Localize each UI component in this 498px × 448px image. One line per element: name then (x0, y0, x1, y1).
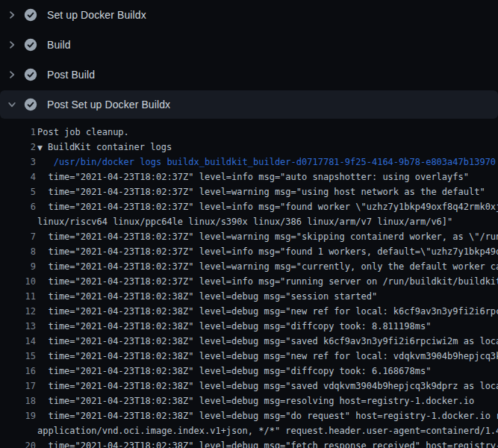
log-line-number[interactable]: 20 (0, 438, 36, 448)
log-line-text: time="2021-04-23T18:02:37Z" level=info m… (37, 169, 469, 184)
log-line-text: ▼BuildKit container logs (37, 140, 172, 155)
step-list: Set up Docker BuildxBuildPost BuildPost … (0, 0, 498, 119)
log-viewer[interactable]: 1Post job cleanup.2▼BuildKit container l… (0, 122, 498, 448)
step-label: Post Build (47, 69, 95, 81)
log-line-text: application/vnd.oci.image.index.v1+json,… (37, 423, 498, 438)
log-line-number (0, 423, 36, 438)
check-circle-icon (24, 38, 37, 52)
check-circle-icon (24, 8, 37, 22)
log-line-text: time="2021-04-23T18:02:38Z" level=debug … (37, 304, 498, 319)
log-line-number[interactable]: 4 (0, 169, 36, 184)
log-line-text: Post job cleanup. (37, 125, 129, 140)
check-circle-icon (24, 68, 37, 81)
log-line: 7 time="2021-04-23T18:02:37Z" level=warn… (0, 229, 498, 244)
log-line-number[interactable]: 18 (0, 393, 36, 408)
log-line-number[interactable]: 11 (0, 289, 36, 304)
log-line: 17 time="2021-04-23T18:02:38Z" level=deb… (0, 379, 498, 393)
chevron-down-icon (7, 100, 16, 109)
log-line-number[interactable]: 16 (0, 364, 36, 379)
log-line-text: time="2021-04-23T18:02:37Z" level=info m… (37, 199, 498, 214)
log-line-text: time="2021-04-23T18:02:38Z" level=debug … (37, 379, 498, 393)
chevron-right-icon (7, 10, 16, 19)
log-line: 14 time="2021-04-23T18:02:38Z" level=deb… (0, 334, 498, 349)
log-line-continuation: linux/riscv64 linux/ppc64le linux/s390x … (0, 214, 498, 229)
step-row-post-set-up-docker-buildx[interactable]: Post Set up Docker Buildx (0, 90, 498, 119)
log-line: 1Post job cleanup. (0, 125, 498, 140)
log-line-text: time="2021-04-23T18:02:37Z" level=info m… (37, 244, 498, 259)
log-line-number[interactable]: 10 (0, 274, 36, 289)
log-line-number[interactable]: 15 (0, 349, 36, 364)
log-line-number[interactable]: 2 (0, 140, 36, 155)
group-collapse-icon[interactable]: ▼ (37, 140, 48, 155)
step-label: Post Set up Docker Buildx (47, 99, 170, 111)
log-line-text: time="2021-04-23T18:02:37Z" level=warnin… (37, 184, 485, 199)
log-line-text: time="2021-04-23T18:02:37Z" level=info m… (37, 274, 498, 289)
log-line: 18 time="2021-04-23T18:02:38Z" level=deb… (0, 393, 498, 408)
check-circle-icon (24, 98, 37, 111)
log-line-number[interactable]: 8 (0, 244, 36, 259)
group-title: BuildKit container logs (48, 142, 172, 152)
log-line: 19 time="2021-04-23T18:02:38Z" level=deb… (0, 408, 498, 423)
actions-log-panel: Set up Docker BuildxBuildPost BuildPost … (0, 0, 498, 448)
log-line: 16 time="2021-04-23T18:02:38Z" level=deb… (0, 364, 498, 379)
log-line-text: time="2021-04-23T18:02:38Z" level=debug … (37, 319, 431, 334)
log-line: 4 time="2021-04-23T18:02:37Z" level=info… (0, 169, 498, 184)
log-line[interactable]: 2▼BuildKit container logs (0, 140, 498, 155)
log-line: 12 time="2021-04-23T18:02:38Z" level=deb… (0, 304, 498, 319)
log-line-number[interactable]: 6 (0, 199, 36, 214)
log-line-number[interactable]: 7 (0, 229, 36, 244)
log-line: 9 time="2021-04-23T18:02:37Z" level=warn… (0, 259, 498, 274)
log-line-number[interactable]: 3 (0, 155, 36, 169)
step-row-build[interactable]: Build (0, 30, 498, 60)
log-line: 20 time="2021-04-23T18:02:38Z" level=deb… (0, 438, 498, 448)
log-line-number[interactable]: 17 (0, 379, 36, 393)
log-line-text: time="2021-04-23T18:02:38Z" level=debug … (37, 289, 377, 304)
log-line-number[interactable]: 9 (0, 259, 36, 274)
log-line: 13 time="2021-04-23T18:02:38Z" level=deb… (0, 319, 498, 334)
log-line-text: time="2021-04-23T18:02:38Z" level=debug … (37, 364, 431, 379)
step-row-set-up-docker-buildx[interactable]: Set up Docker Buildx (0, 0, 498, 30)
log-line-number[interactable]: 12 (0, 304, 36, 319)
log-line-number[interactable]: 14 (0, 334, 36, 349)
log-line: 5 time="2021-04-23T18:02:37Z" level=warn… (0, 184, 498, 199)
log-line-text: time="2021-04-23T18:02:37Z" level=warnin… (37, 259, 498, 274)
chevron-right-icon (7, 40, 16, 49)
log-line-text: time="2021-04-23T18:02:38Z" level=debug … (37, 393, 474, 408)
log-line: 3 /usr/bin/docker logs buildx_buildkit_b… (0, 155, 498, 169)
log-line-number[interactable]: 13 (0, 319, 36, 334)
log-line: 8 time="2021-04-23T18:02:37Z" level=info… (0, 244, 498, 259)
log-line-number[interactable]: 1 (0, 125, 36, 140)
chevron-right-icon (7, 70, 16, 79)
log-line-text: linux/riscv64 linux/ppc64le linux/s390x … (37, 214, 452, 229)
step-row-post-build[interactable]: Post Build (0, 60, 498, 90)
log-line-number (0, 214, 36, 229)
step-label: Set up Docker Buildx (47, 9, 146, 21)
log-line-continuation: application/vnd.oci.image.index.v1+json,… (0, 423, 498, 438)
step-label: Build (47, 39, 71, 51)
log-command-text: /usr/bin/docker logs buildx_buildkit_bui… (37, 155, 496, 169)
log-line: 10 time="2021-04-23T18:02:37Z" level=inf… (0, 274, 498, 289)
log-line: 11 time="2021-04-23T18:02:38Z" level=deb… (0, 289, 498, 304)
log-line: 6 time="2021-04-23T18:02:37Z" level=info… (0, 199, 498, 214)
log-line-number[interactable]: 5 (0, 184, 36, 199)
log-line-text: time="2021-04-23T18:02:38Z" level=debug … (37, 438, 498, 448)
log-line-number[interactable]: 19 (0, 408, 36, 423)
log-line-text: time="2021-04-23T18:02:38Z" level=debug … (37, 408, 498, 423)
log-line-text: time="2021-04-23T18:02:38Z" level=debug … (37, 334, 498, 349)
log-line: 15 time="2021-04-23T18:02:38Z" level=deb… (0, 349, 498, 364)
log-line-text: time="2021-04-23T18:02:38Z" level=debug … (37, 349, 498, 364)
log-line-text: time="2021-04-23T18:02:37Z" level=warnin… (37, 229, 498, 244)
